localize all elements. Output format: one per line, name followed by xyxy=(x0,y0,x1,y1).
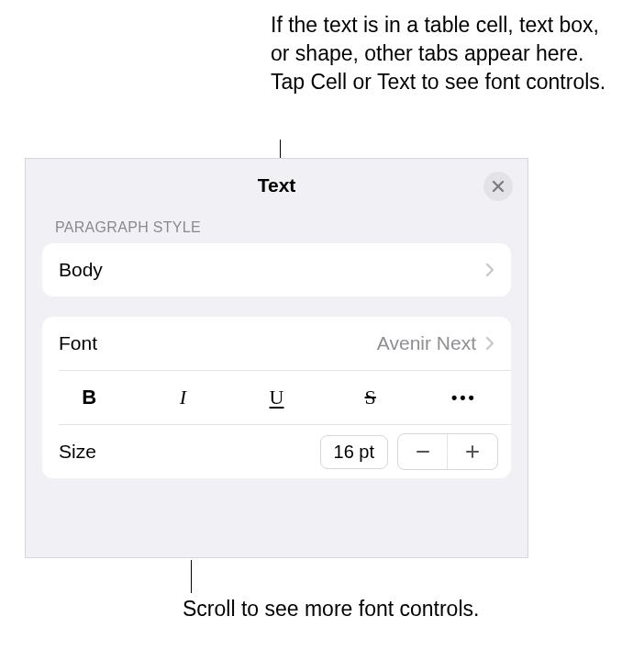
bold-button[interactable]: B xyxy=(42,371,136,424)
close-icon xyxy=(492,180,505,193)
underline-button[interactable]: U xyxy=(229,371,323,424)
decrease-size-button[interactable] xyxy=(398,434,448,469)
minus-icon xyxy=(415,443,431,460)
font-card: Font Avenir Next B I U S ••• Size 16 pt xyxy=(42,317,511,478)
paragraph-style-value: Body xyxy=(59,259,485,281)
font-label: Font xyxy=(59,332,377,354)
chevron-right-icon xyxy=(485,336,494,351)
strikethrough-button[interactable]: S xyxy=(324,371,417,424)
more-options-button[interactable]: ••• xyxy=(417,371,511,424)
font-style-row: B I U S ••• xyxy=(42,371,511,424)
panel-header: Text xyxy=(26,159,528,212)
chevron-right-icon xyxy=(485,263,494,277)
panel-title: Text xyxy=(258,174,296,196)
annotation-bottom: Scroll to see more font controls. xyxy=(183,595,494,623)
italic-button[interactable]: I xyxy=(136,371,229,424)
increase-size-button[interactable] xyxy=(448,434,497,469)
close-button[interactable] xyxy=(483,172,513,201)
size-value[interactable]: 16 pt xyxy=(320,435,388,469)
paragraph-style-section-label: PARAGRAPH STYLE xyxy=(26,219,528,243)
paragraph-style-row[interactable]: Body xyxy=(42,243,511,297)
plus-icon xyxy=(464,443,481,460)
font-row[interactable]: Font Avenir Next xyxy=(42,317,511,370)
paragraph-style-card: Body xyxy=(42,243,511,297)
size-row: Size 16 pt xyxy=(42,425,511,478)
font-value: Avenir Next xyxy=(377,332,476,354)
text-format-panel: Text PARAGRAPH STYLE Body Font Avenir Ne… xyxy=(25,158,528,558)
annotation-top: If the text is in a table cell, text box… xyxy=(271,11,610,96)
annotation-leader-bottom xyxy=(191,560,192,593)
size-stepper xyxy=(397,433,498,470)
size-label: Size xyxy=(59,441,320,463)
